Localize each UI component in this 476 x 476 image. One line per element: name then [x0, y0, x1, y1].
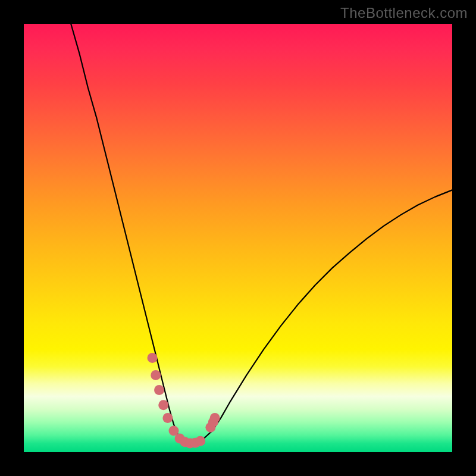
valley-marker-dot — [151, 370, 161, 380]
valley-marker-dot — [195, 436, 205, 446]
chart-frame: TheBottleneck.com — [0, 0, 476, 476]
valley-marker-dot — [210, 413, 220, 423]
curve-svg — [24, 24, 452, 452]
valley-marker-dot — [162, 413, 173, 423]
valley-marker-dot — [148, 353, 158, 363]
watermark-text: TheBottleneck.com — [340, 5, 468, 21]
valley-marker-dot — [158, 400, 168, 410]
bottleneck-curve — [71, 24, 452, 444]
plot-gradient-area — [24, 24, 452, 452]
valley-marker-dot — [154, 385, 164, 395]
